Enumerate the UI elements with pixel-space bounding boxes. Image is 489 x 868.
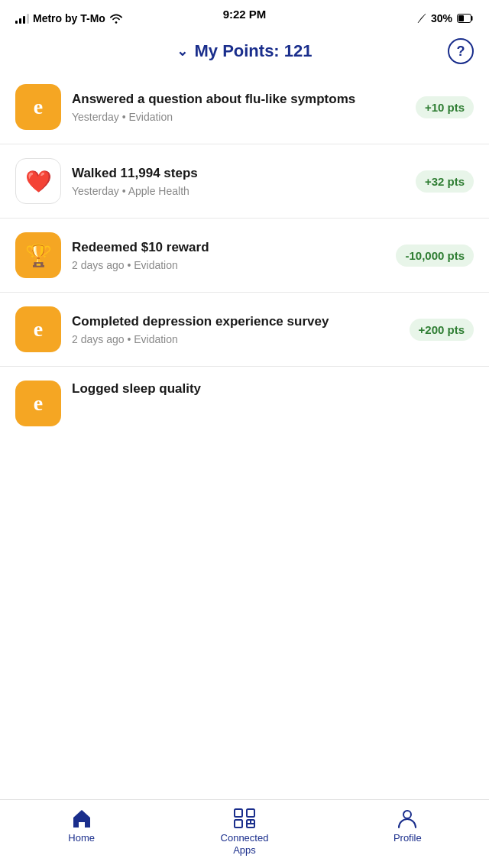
nav-label-connected-apps: ConnectedApps [221,832,269,856]
wifi-icon [109,13,123,24]
svg-rect-4 [235,820,242,828]
svg-rect-1 [458,15,464,21]
activity-item-partial: e Logged sleep quality [0,367,489,434]
activity-icon-sleep: e [15,381,61,426]
person-icon [397,808,418,829]
help-button[interactable]: ? [448,38,474,64]
status-right: 30% [417,12,474,24]
activity-icon-apple-health: ❤️ [15,158,61,204]
activity-points: -10,000 pts [396,245,474,267]
activity-icon-reward: 🏆 [15,232,61,278]
header: ⌄ My Points: 121 ? [0,34,489,70]
nav-label-home: Home [68,832,95,844]
activity-content-partial: Logged sleep quality [72,381,474,400]
home-icon [71,808,92,829]
activity-title-partial: Logged sleep quality [72,381,474,397]
svg-rect-3 [247,809,254,817]
activity-item[interactable]: 🏆 Redeemed $10 reward 2 days ago • Evida… [0,219,489,293]
activity-content: Completed depression experience survey 2… [72,313,399,345]
activity-item[interactable]: e Answered a question about flu-like sym… [0,70,489,144]
activity-title: Answered a question about flu-like sympt… [72,91,405,108]
nav-item-home[interactable]: Home [51,808,112,844]
svg-point-8 [403,811,411,818]
battery-percent: 30% [431,12,452,24]
header-title[interactable]: ⌄ My Points: 121 [176,41,312,61]
status-bar: Metro by T-Mo 9:22 PM 30% [0,0,489,34]
nav-item-connected-apps[interactable]: ConnectedApps [214,808,275,856]
chevron-down-icon: ⌄ [176,43,188,60]
activity-points: +10 pts [416,96,474,118]
nav-label-profile: Profile [393,832,422,844]
svg-rect-2 [235,809,242,817]
battery-icon [457,14,474,23]
points-title: My Points: 121 [194,41,312,61]
signal-icon [15,13,29,24]
apps-icon [233,808,256,829]
nav-item-profile[interactable]: Profile [377,808,438,844]
activity-title: Walked 11,994 steps [72,165,405,182]
activity-points: +200 pts [410,319,474,341]
activity-title: Redeemed $10 reward [72,239,385,256]
carrier-label: Metro by T-Mo [33,12,105,24]
status-left: Metro by T-Mo [15,12,123,24]
bottom-nav: Home ConnectedApps Profile [0,799,489,868]
activity-meta: 2 days ago • Evidation [72,333,399,345]
activity-content: Walked 11,994 steps Yesterday • Apple He… [72,165,405,197]
status-time: 9:22 PM [223,8,267,21]
activity-list: e Answered a question about flu-like sym… [0,70,489,434]
activity-item[interactable]: e Completed depression experience survey… [0,293,489,367]
content-area: e Answered a question about flu-like sym… [0,70,489,434]
activity-title: Completed depression experience survey [72,313,399,330]
activity-meta: Yesterday • Apple Health [72,185,405,197]
activity-item[interactable]: ❤️ Walked 11,994 steps Yesterday • Apple… [0,144,489,219]
activity-icon-evidation-flu: e [15,84,61,130]
activity-content: Answered a question about flu-like sympt… [72,91,405,123]
activity-content: Redeemed $10 reward 2 days ago • Evidati… [72,239,385,271]
activity-icon-evidation-depression: e [15,306,61,352]
activity-points: +32 pts [416,170,474,193]
location-icon [417,13,426,24]
activity-meta: 2 days ago • Evidation [72,259,385,271]
activity-meta: Yesterday • Evidation [72,111,405,123]
